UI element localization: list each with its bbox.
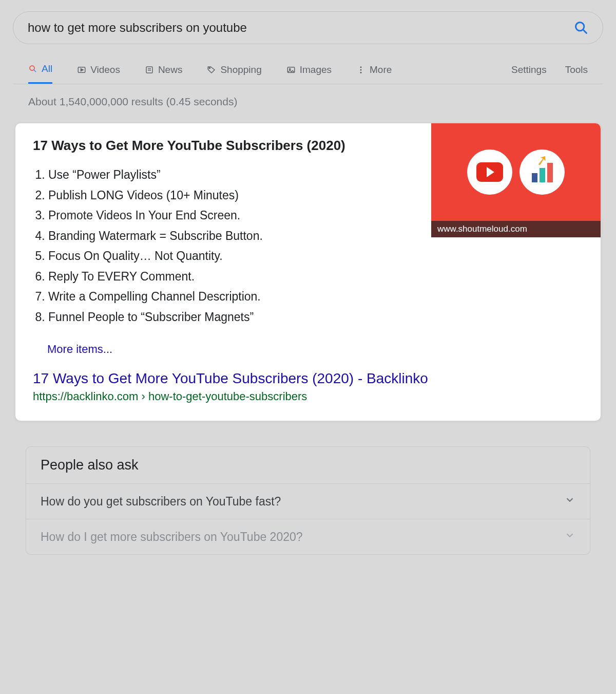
paa-question[interactable]: How do you get subscribers on YouTube fa… bbox=[26, 483, 590, 519]
video-icon bbox=[77, 65, 86, 74]
chevron-down-icon bbox=[564, 494, 575, 509]
tag-icon bbox=[207, 65, 216, 74]
more-items-link[interactable]: More items... bbox=[47, 343, 583, 356]
thumb-graphic: ➚ bbox=[431, 123, 601, 221]
svg-point-14 bbox=[360, 71, 362, 73]
svg-line-3 bbox=[34, 70, 36, 72]
tab-more[interactable]: More bbox=[356, 55, 392, 84]
search-icon[interactable] bbox=[574, 21, 588, 35]
people-also-ask: People also ask How do you get subscribe… bbox=[26, 446, 590, 555]
tab-videos[interactable]: Videos bbox=[77, 55, 120, 84]
image-icon bbox=[286, 65, 296, 74]
result-title-link[interactable]: 17 Ways to Get More YouTube Subscribers … bbox=[33, 370, 583, 387]
list-item: Focus On Quality… Not Quantity. bbox=[48, 246, 583, 267]
tab-shopping-label: Shopping bbox=[220, 64, 261, 76]
list-item: Funnel People to “Subscriber Magnets” bbox=[48, 307, 583, 328]
paa-header: People also ask bbox=[26, 447, 590, 483]
tab-more-label: More bbox=[370, 64, 392, 76]
paa-question-text: How do I get more subscribers on YouTube… bbox=[41, 530, 303, 544]
tab-images[interactable]: Images bbox=[286, 55, 332, 84]
result-url[interactable]: https://backlinko.com › how-to-get-youtu… bbox=[33, 390, 583, 403]
tab-all-label: All bbox=[42, 63, 52, 74]
tab-images-label: Images bbox=[300, 64, 332, 76]
tab-tools-label: Tools bbox=[565, 64, 588, 76]
dots-icon bbox=[356, 65, 365, 74]
tab-settings[interactable]: Settings bbox=[511, 64, 547, 76]
news-icon bbox=[145, 65, 154, 74]
tab-all[interactable]: All bbox=[28, 55, 52, 84]
paa-question[interactable]: How do I get more subscribers on YouTube… bbox=[26, 519, 590, 554]
tab-shopping[interactable]: Shopping bbox=[207, 55, 261, 84]
search-input[interactable] bbox=[28, 21, 574, 35]
svg-line-1 bbox=[583, 30, 586, 33]
search-bar[interactable] bbox=[13, 11, 603, 44]
tab-tools[interactable]: Tools bbox=[565, 64, 588, 76]
featured-thumbnail[interactable]: ➚ www.shoutmeloud.com bbox=[431, 123, 601, 237]
search-tabs: All Videos News Shopping bbox=[13, 55, 603, 84]
result-stats: About 1,540,000,000 results (0.45 second… bbox=[13, 84, 603, 123]
svg-marker-5 bbox=[81, 68, 84, 71]
tab-news-label: News bbox=[158, 64, 183, 76]
svg-point-9 bbox=[209, 67, 210, 68]
growth-chart-icon: ➚ bbox=[519, 149, 565, 195]
featured-snippet: ➚ www.shoutmeloud.com 17 Ways to Get Mor… bbox=[15, 123, 601, 421]
svg-point-13 bbox=[360, 69, 362, 70]
search-small-icon bbox=[28, 64, 37, 73]
chevron-down-icon bbox=[564, 530, 575, 544]
youtube-play-icon bbox=[467, 149, 512, 195]
tab-news[interactable]: News bbox=[145, 55, 183, 84]
list-item: Reply To EVERY Comment. bbox=[48, 267, 583, 287]
tab-settings-label: Settings bbox=[511, 64, 547, 76]
svg-point-11 bbox=[289, 68, 290, 69]
svg-point-12 bbox=[360, 66, 362, 68]
list-item: Write a Compelling Channel Description. bbox=[48, 287, 583, 307]
paa-question-text: How do you get subscribers on YouTube fa… bbox=[41, 495, 281, 509]
tab-videos-label: Videos bbox=[90, 64, 120, 76]
thumb-caption: www.shoutmeloud.com bbox=[431, 221, 601, 237]
